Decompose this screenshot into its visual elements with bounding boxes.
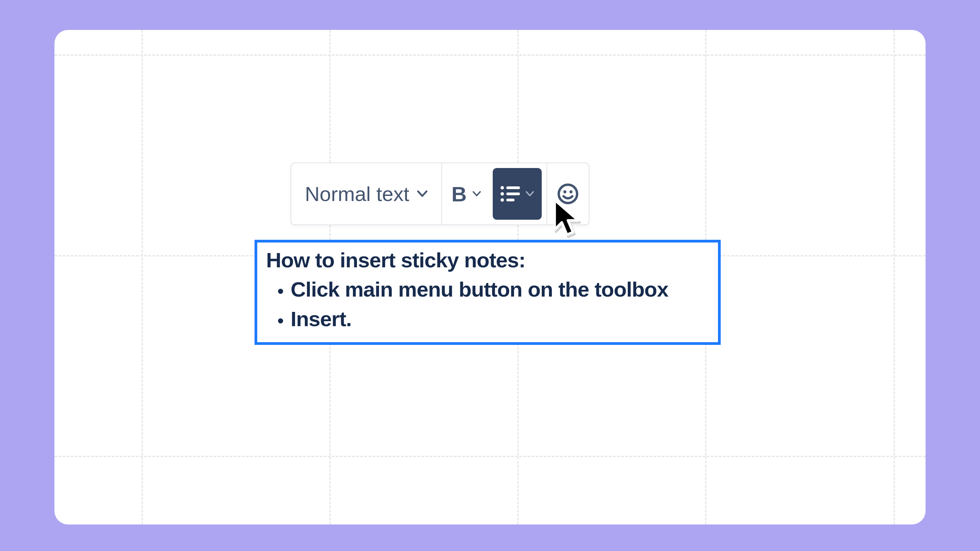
svg-point-8 bbox=[569, 191, 572, 194]
list-icon bbox=[500, 186, 520, 202]
svg-point-4 bbox=[501, 198, 504, 202]
list-item: Click main menu button on the toolbox bbox=[291, 275, 709, 305]
svg-point-2 bbox=[501, 192, 504, 195]
list-item: Insert. bbox=[291, 305, 709, 334]
bold-label: B bbox=[452, 182, 467, 206]
text-block[interactable]: How to insert sticky notes: Click main m… bbox=[255, 240, 721, 345]
smile-icon bbox=[557, 183, 579, 205]
list-dropdown[interactable] bbox=[493, 168, 542, 220]
svg-point-6 bbox=[559, 185, 577, 203]
floating-toolbar: Normal text B bbox=[291, 163, 589, 225]
svg-rect-5 bbox=[506, 198, 514, 202]
svg-point-0 bbox=[501, 186, 504, 189]
whiteboard-canvas[interactable]: Normal text B bbox=[54, 30, 926, 524]
chevron-down-icon bbox=[472, 191, 481, 197]
emoji-button[interactable] bbox=[547, 163, 589, 224]
chevron-down-icon bbox=[525, 191, 534, 197]
chevron-down-icon bbox=[417, 191, 428, 197]
svg-rect-3 bbox=[506, 192, 520, 195]
text-style-dropdown[interactable]: Normal text bbox=[291, 163, 441, 224]
text-style-label: Normal text bbox=[305, 182, 409, 206]
text-block-list: Click main menu button on the toolbox In… bbox=[266, 275, 709, 334]
bold-dropdown[interactable]: B bbox=[442, 163, 488, 224]
svg-rect-1 bbox=[506, 186, 520, 189]
text-block-title: How to insert sticky notes: bbox=[266, 248, 709, 272]
svg-point-7 bbox=[563, 191, 566, 194]
